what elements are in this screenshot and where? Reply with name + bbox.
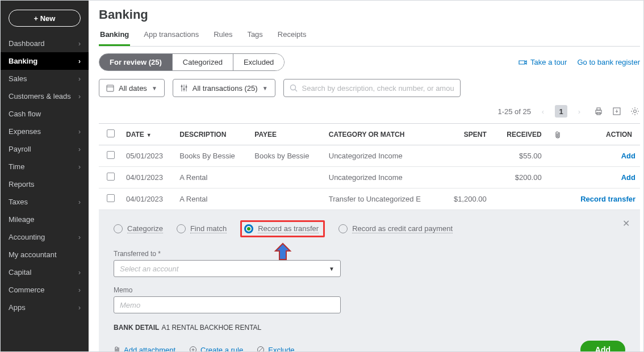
go-to-register-link[interactable]: Go to bank register <box>577 58 640 66</box>
sidebar-item-label: Banking <box>9 57 37 65</box>
transferred-to-select[interactable]: Select an account ▼ <box>114 260 341 277</box>
cell-attachment <box>550 145 566 167</box>
option-categorize-label: Categorize <box>127 224 163 233</box>
option-find-match[interactable]: Find match <box>177 224 227 233</box>
sidebar-item-label: Mileage <box>9 215 35 224</box>
option-categorize[interactable]: Categorize <box>114 224 163 233</box>
tab-tags[interactable]: Tags <box>246 27 264 46</box>
row-action-link[interactable]: Add <box>566 167 640 188</box>
pagination: 1-25 of 25 ‹ 1 › <box>497 105 586 118</box>
close-icon[interactable]: ✕ <box>622 218 630 229</box>
chevron-right-icon: › <box>78 40 81 48</box>
new-button[interactable]: + New <box>9 10 81 27</box>
sidebar-item-reports[interactable]: Reports <box>1 175 89 193</box>
col-spent[interactable]: SPENT <box>442 124 495 145</box>
cell-received: $55.00 <box>495 145 550 167</box>
sidebar-item-mileage[interactable]: Mileage <box>1 211 89 228</box>
col-date[interactable]: DATE▼ <box>122 124 175 145</box>
sidebar-item-sales[interactable]: Sales› <box>1 70 89 87</box>
svg-rect-0 <box>107 85 114 91</box>
row-checkbox[interactable] <box>107 151 115 159</box>
transactions-filter[interactable]: All transactions (25) ▼ <box>173 79 275 97</box>
svg-point-6 <box>183 89 185 90</box>
sidebar-item-payroll[interactable]: Payroll› <box>1 140 89 158</box>
memo-input[interactable] <box>120 301 334 309</box>
radio-icon <box>338 224 348 233</box>
row-action-link[interactable]: Record transfer <box>566 188 640 210</box>
sidebar-item-time[interactable]: Time› <box>1 158 89 175</box>
cell-category: Uncategorized Income <box>324 145 442 167</box>
svg-line-9 <box>295 90 297 92</box>
sidebar-item-cash-flow[interactable]: Cash flow <box>1 105 89 123</box>
select-all-checkbox[interactable] <box>107 129 115 137</box>
radio-icon <box>114 224 123 233</box>
sidebar-item-dashboard[interactable]: Dashboard› <box>1 35 89 52</box>
search-input[interactable] <box>302 79 454 97</box>
page-range: 1-25 of 25 <box>497 107 531 116</box>
transactions-filter-label: All transactions (25) <box>193 84 258 93</box>
pill-categorized[interactable]: Categorized <box>173 54 233 70</box>
sidebar-item-expenses[interactable]: Expenses› <box>1 123 89 140</box>
page-title: Banking <box>99 7 640 22</box>
rule-icon <box>189 346 197 351</box>
add-button[interactable]: Add <box>580 341 625 351</box>
sidebar-item-capital[interactable]: Capital› <box>1 263 89 281</box>
col-received[interactable]: RECEIVED <box>495 124 550 145</box>
pill-for-review[interactable]: For review (25) <box>99 54 173 70</box>
tab-rules[interactable]: Rules <box>212 27 233 46</box>
next-page-button[interactable]: › <box>573 105 586 118</box>
sidebar-item-banking[interactable]: Banking› <box>1 52 89 70</box>
row-checkbox[interactable] <box>107 194 115 202</box>
add-attachment-link[interactable]: Add attachment <box>114 346 175 352</box>
exclude-label: Exclude <box>268 346 294 352</box>
cell-date: 04/01/2023 <box>122 188 175 210</box>
table-row[interactable]: 04/01/2023A RentalTransfer to Uncategori… <box>99 188 640 210</box>
cell-spent <box>442 167 495 188</box>
take-tour-link[interactable]: Take a tour <box>518 58 567 66</box>
cell-received: $200.00 <box>495 167 550 188</box>
chevron-right-icon: › <box>78 75 81 83</box>
svg-point-16 <box>258 347 264 352</box>
radio-icon <box>177 224 186 233</box>
tour-icon <box>518 58 527 66</box>
sidebar-item-taxes[interactable]: Taxes› <box>1 193 89 211</box>
bank-detail: BANK DETAILA1 RENTAL BACKHOE RENTAL <box>114 324 625 332</box>
create-rule-link[interactable]: Create a rule <box>189 346 243 352</box>
sidebar-item-label: Customers & leads <box>9 92 71 100</box>
col-category[interactable]: CATEGORY OR MATCH <box>324 124 442 145</box>
sidebar-item-label: Capital <box>9 268 31 276</box>
sidebar-item-accounting[interactable]: Accounting› <box>1 228 89 246</box>
row-action-link[interactable]: Add <box>566 145 640 167</box>
settings-gear-icon[interactable] <box>630 106 640 116</box>
tab-receipts[interactable]: Receipts <box>277 27 308 46</box>
callout-arrow-icon <box>273 242 292 262</box>
date-filter[interactable]: All dates ▼ <box>99 79 165 97</box>
page-number[interactable]: 1 <box>555 105 567 118</box>
table-row[interactable]: 05/01/2023Books By BessieBooks by Bessie… <box>99 145 640 167</box>
sidebar-item-apps[interactable]: Apps› <box>1 299 89 316</box>
sidebar-item-my-accountant[interactable]: My accountant <box>1 246 89 263</box>
cell-date: 04/01/2023 <box>122 167 175 188</box>
option-record-transfer[interactable]: Record as transfer <box>244 224 319 233</box>
chevron-right-icon: › <box>78 93 81 100</box>
row-checkbox[interactable] <box>107 173 115 181</box>
svg-line-17 <box>258 347 263 351</box>
table-row[interactable]: 04/01/2023A RentalUncategorized Income$2… <box>99 167 640 188</box>
print-icon[interactable] <box>593 106 604 116</box>
pill-excluded[interactable]: Excluded <box>233 54 284 70</box>
export-icon[interactable] <box>612 106 622 116</box>
search-box[interactable] <box>283 79 461 97</box>
cell-spent: $1,200.00 <box>442 188 495 210</box>
sidebar-item-customers-leads[interactable]: Customers & leads› <box>1 87 89 105</box>
exclude-link[interactable]: Exclude <box>257 346 294 352</box>
sidebar-item-commerce[interactable]: Commerce› <box>1 281 89 299</box>
tab-app-transactions[interactable]: App transactions <box>143 27 200 46</box>
tab-banking[interactable]: Banking <box>99 27 130 46</box>
prev-page-button[interactable]: ‹ <box>537 105 549 118</box>
sidebar-item-label: Dashboard <box>9 39 45 48</box>
option-find-match-label: Find match <box>190 224 227 233</box>
col-description[interactable]: DESCRIPTION <box>175 124 250 145</box>
col-payee[interactable]: PAYEE <box>250 124 324 145</box>
radio-selected-icon <box>244 224 253 233</box>
option-credit-card-payment[interactable]: Record as credit card payment <box>338 224 453 233</box>
